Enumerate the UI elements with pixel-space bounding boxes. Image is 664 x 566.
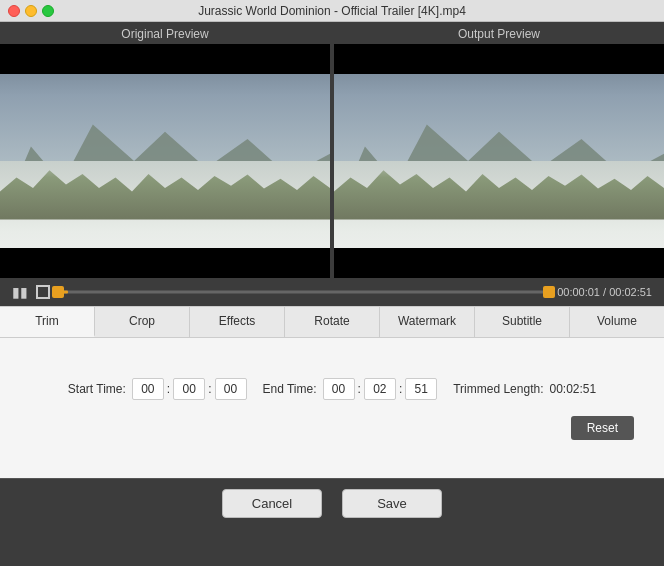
time-row: Start Time: : : End Time: : : xyxy=(20,378,644,400)
trimmed-length-label: Trimmed Length: xyxy=(453,382,543,396)
video-top-bar xyxy=(0,44,330,74)
scrubber-container[interactable] xyxy=(58,289,549,295)
tab-effects[interactable]: Effects xyxy=(190,307,285,337)
start-sep2: : xyxy=(207,382,212,396)
tab-subtitle[interactable]: Subtitle xyxy=(475,307,570,337)
start-sep1: : xyxy=(166,382,171,396)
start-time-group: Start Time: : : xyxy=(68,378,247,400)
time-display: 00:00:01 / 00:02:51 xyxy=(557,286,652,298)
video-bottom-bar xyxy=(0,248,330,278)
tab-rotate[interactable]: Rotate xyxy=(285,307,380,337)
trimmed-length-group: Trimmed Length: 00:02:51 xyxy=(453,382,596,396)
video-bottom-bar-out xyxy=(334,248,664,278)
scrubber-handle-left[interactable] xyxy=(52,286,64,298)
tab-volume[interactable]: Volume xyxy=(570,307,664,337)
end-hour-input[interactable] xyxy=(323,378,355,400)
output-preview-label: Output Preview xyxy=(334,22,664,44)
maximize-button[interactable] xyxy=(42,5,54,17)
traffic-lights xyxy=(8,5,54,17)
start-time-label: Start Time: xyxy=(68,382,126,396)
start-hour-input[interactable] xyxy=(132,378,164,400)
play-button[interactable]: ▮▮ xyxy=(12,284,28,300)
video-top-bar-out xyxy=(334,44,664,74)
cancel-button[interactable]: Cancel xyxy=(222,489,322,518)
end-sep1: : xyxy=(357,382,362,396)
tabs-bar: Trim Crop Effects Rotate Watermark Subti… xyxy=(0,307,664,338)
trimmed-length-value: 00:02:51 xyxy=(549,382,596,396)
timeline-section: ▮▮ 00:00:01 / 00:02:51 xyxy=(0,278,664,306)
start-minute-input[interactable] xyxy=(173,378,205,400)
original-preview-label: Original Preview xyxy=(0,22,330,44)
scrubber-track xyxy=(58,291,549,294)
end-time-inputs: : : xyxy=(323,378,438,400)
landscape-output xyxy=(334,44,664,278)
start-time-inputs: : : xyxy=(132,378,247,400)
reset-row: Reset xyxy=(20,416,644,440)
start-second-input[interactable] xyxy=(215,378,247,400)
output-preview-video xyxy=(334,44,664,278)
end-time-group: End Time: : : xyxy=(263,378,438,400)
window-title: Jurassic World Dominion - Official Trail… xyxy=(198,4,466,18)
close-button[interactable] xyxy=(8,5,20,17)
output-preview-pane: Output Preview xyxy=(334,22,664,278)
landscape-original xyxy=(0,44,330,278)
save-button[interactable]: Save xyxy=(342,489,442,518)
end-minute-input[interactable] xyxy=(364,378,396,400)
end-sep2: : xyxy=(398,382,403,396)
preview-section: Original Preview Output Preview xyxy=(0,22,664,278)
reset-button[interactable]: Reset xyxy=(571,416,634,440)
tab-trim[interactable]: Trim xyxy=(0,307,95,337)
original-preview-video xyxy=(0,44,330,278)
tab-watermark[interactable]: Watermark xyxy=(380,307,475,337)
minimize-button[interactable] xyxy=(25,5,37,17)
stop-button[interactable] xyxy=(36,285,50,299)
scrubber-handle-right[interactable] xyxy=(543,286,555,298)
end-second-input[interactable] xyxy=(405,378,437,400)
end-time-label: End Time: xyxy=(263,382,317,396)
tab-crop[interactable]: Crop xyxy=(95,307,190,337)
titlebar: Jurassic World Dominion - Official Trail… xyxy=(0,0,664,22)
total-time: 00:02:51 xyxy=(609,286,652,298)
bottom-panel: Trim Crop Effects Rotate Watermark Subti… xyxy=(0,306,664,478)
original-preview-pane: Original Preview xyxy=(0,22,330,278)
trim-tab-content: Start Time: : : End Time: : : xyxy=(0,338,664,478)
bottom-buttons: Cancel Save xyxy=(0,478,664,528)
current-time: 00:00:01 xyxy=(557,286,600,298)
